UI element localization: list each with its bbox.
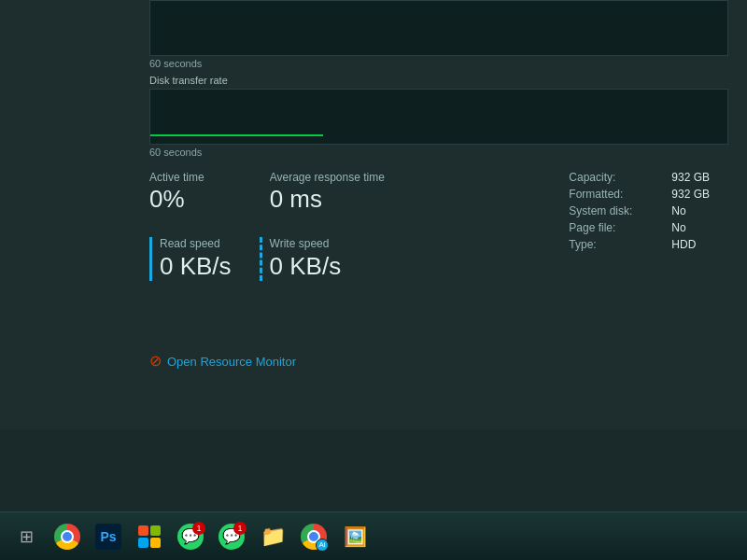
disk-seconds-label: 60 seconds (149, 147, 728, 158)
microsoft-store-icon (138, 525, 161, 548)
read-speed-block: Read speed 0 KB/s (149, 237, 232, 281)
taskbar-file-explorer[interactable]: 📁 (254, 518, 291, 555)
chrome-2-avatar: Ai (316, 539, 329, 552)
capacity-value: 932 GB (671, 171, 710, 184)
avg-response-value: 0 ms (270, 186, 385, 213)
top-graph (149, 0, 728, 56)
disk-transfer-graph (149, 89, 728, 145)
page-file-row: Page file: No (569, 221, 710, 234)
system-disk-row: System disk: No (569, 204, 710, 217)
resource-monitor-link[interactable]: ⊘ Open Resource Monitor (149, 354, 296, 369)
stats-row: Active time 0% Average response time 0 m… (149, 171, 728, 281)
type-row: Type: HDD (569, 238, 710, 251)
resource-monitor-label: Open Resource Monitor (167, 355, 296, 369)
page-file-value: No (671, 221, 685, 234)
disk-transfer-title: Disk transfer rate (149, 75, 728, 86)
active-time-block: Active time 0% (149, 171, 204, 213)
disk-info-panel: Capacity: 932 GB Formatted: 932 GB Syste… (569, 171, 710, 255)
search-icon: ⊞ (20, 526, 34, 547)
system-disk-value: No (671, 204, 685, 217)
taskbar-image-viewer[interactable]: 🖼️ (336, 518, 374, 555)
top-graph-section: 60 seconds (149, 0, 728, 69)
file-explorer-icon: 📁 (261, 525, 286, 549)
photoshop-icon: Ps (95, 524, 121, 550)
chrome-2-wrapper: Ai (301, 524, 327, 550)
write-speed-block: Write speed 0 KB/s (260, 237, 342, 281)
top-seconds-label: 60 seconds (149, 58, 728, 69)
avg-response-label: Average response time (270, 171, 385, 184)
write-speed-value: 0 KB/s (270, 252, 342, 281)
capacity-key: Capacity: (569, 171, 653, 184)
type-key: Type: (569, 238, 653, 251)
page-file-key: Page file: (569, 221, 653, 234)
main-content: 60 seconds Disk transfer rate 60 seconds… (0, 0, 747, 429)
active-time-value: 0% (149, 186, 204, 213)
read-speed-label: Read speed (160, 237, 232, 250)
whatsapp-2-badge: 1 (233, 522, 247, 535)
speed-row: Read speed 0 KB/s Write speed 0 KB/s (149, 237, 413, 281)
upper-stats: Active time 0% Average response time 0 m… (149, 171, 413, 213)
disk-transfer-line (150, 134, 323, 136)
whatsapp-1-badge: 1 (192, 522, 205, 535)
avg-response-block: Average response time 0 ms (270, 171, 385, 213)
taskbar-search[interactable]: ⊞ (7, 518, 45, 555)
taskbar-whatsapp-1[interactable]: 💬 1 (172, 518, 209, 555)
taskbar-chrome[interactable] (49, 518, 86, 555)
active-time-label: Active time (149, 171, 204, 184)
write-speed-label: Write speed (270, 237, 342, 250)
system-disk-key: System disk: (569, 204, 653, 217)
resource-monitor-icon: ⊘ (149, 354, 162, 369)
formatted-value: 932 GB (671, 188, 710, 201)
taskbar-chrome-2[interactable]: Ai (295, 518, 332, 555)
formatted-key: Formatted: (569, 188, 653, 201)
formatted-row: Formatted: 932 GB (569, 188, 710, 201)
taskbar-whatsapp-2[interactable]: 💬 1 (213, 518, 250, 555)
taskbar-microsoft-store[interactable] (131, 518, 168, 555)
taskbar: ⊞ Ps 💬 1 💬 1 📁 Ai 🖼️ (0, 511, 747, 560)
type-value: HDD (671, 238, 696, 251)
image-viewer-icon: 🖼️ (344, 525, 367, 548)
read-speed-value: 0 KB/s (160, 252, 232, 281)
chrome-icon (54, 524, 80, 550)
disk-transfer-section: Disk transfer rate 60 seconds (149, 75, 728, 158)
taskbar-photoshop[interactable]: Ps (90, 518, 127, 555)
capacity-row: Capacity: 932 GB (569, 171, 710, 184)
left-stats: Active time 0% Average response time 0 m… (149, 171, 413, 281)
